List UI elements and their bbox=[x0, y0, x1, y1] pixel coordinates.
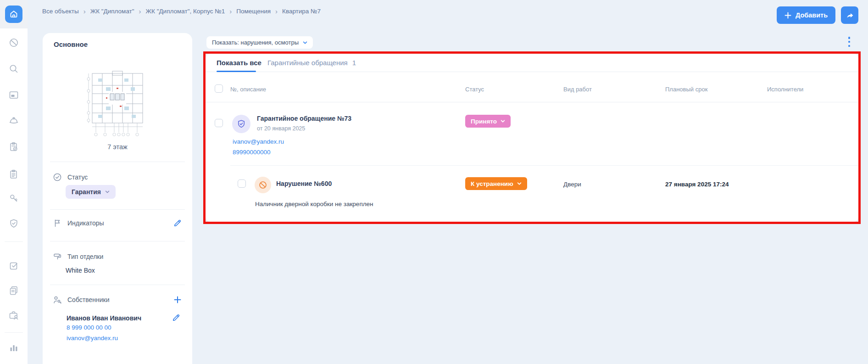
finish-type-section-header: Тип отделки bbox=[53, 252, 103, 261]
helmet-icon[interactable] bbox=[8, 115, 19, 126]
breadcrumb-premises[interactable]: Помещения bbox=[236, 8, 271, 15]
owner-name: Иванов Иван Иванович bbox=[67, 314, 141, 322]
divider bbox=[206, 102, 858, 102]
kebab-menu-icon[interactable] bbox=[847, 37, 851, 47]
finish-type-label: Тип отделки bbox=[67, 253, 103, 260]
shield-check-icon[interactable] bbox=[8, 218, 19, 229]
row-checkbox[interactable] bbox=[215, 119, 223, 127]
sidebar-divider bbox=[5, 241, 23, 242]
task-check-icon[interactable] bbox=[8, 260, 19, 271]
breadcrumb: Все объекты › ЖК "Дипломат" › ЖК "Диплом… bbox=[42, 6, 321, 16]
home-logo-icon bbox=[5, 6, 22, 23]
divider bbox=[50, 209, 185, 210]
window-card-icon[interactable] bbox=[8, 90, 19, 101]
breadcrumb-separator: › bbox=[139, 8, 141, 15]
divider bbox=[50, 241, 185, 241]
chevron-down-icon bbox=[501, 119, 505, 123]
apartment-info-card: Основное bbox=[43, 33, 192, 364]
select-all-checkbox[interactable] bbox=[215, 84, 223, 93]
guarantee-phone-link[interactable]: 89990000000 bbox=[233, 149, 271, 156]
issues-table-card: Показать все Гарантийные обращения 1 №, … bbox=[206, 54, 858, 222]
breadcrumb-complex[interactable]: ЖК "Дипломат" bbox=[90, 8, 134, 15]
clipboard-check-icon[interactable] bbox=[8, 141, 19, 152]
guarantee-shield-icon bbox=[232, 115, 250, 133]
chevron-down-icon bbox=[105, 190, 110, 194]
documents-icon[interactable] bbox=[8, 285, 19, 296]
column-header-deadline: Плановый срок bbox=[665, 86, 707, 93]
guarantee-email-link[interactable]: ivanov@yandex.ru bbox=[233, 138, 284, 145]
breadcrumb-separator: › bbox=[275, 8, 278, 15]
tab-guarantee-count: 1 bbox=[352, 59, 356, 67]
show-filter-label: Показать: нарушения, осмотры bbox=[212, 39, 299, 46]
divider bbox=[230, 165, 858, 166]
violation-ban-icon bbox=[255, 177, 271, 193]
floor-caption: 7 этаж bbox=[43, 143, 192, 151]
owner-email-link[interactable]: ivanov@yandex.ru bbox=[67, 335, 118, 342]
floor-plan-image[interactable] bbox=[78, 65, 156, 139]
edit-owner-button[interactable] bbox=[172, 313, 181, 322]
tab-show-all[interactable]: Показать все bbox=[217, 59, 262, 67]
owner-phone-link[interactable]: 8 999 000 00 00 bbox=[67, 324, 111, 331]
briefcase-user-icon[interactable] bbox=[8, 310, 19, 321]
chevron-down-icon bbox=[303, 41, 307, 45]
indicators-section-header: Индикаторы bbox=[53, 218, 104, 228]
share-arrow-icon bbox=[845, 11, 854, 20]
tabs-row: Показать все Гарантийные обращения 1 bbox=[206, 54, 858, 72]
search-icon[interactable] bbox=[8, 63, 19, 74]
add-button-label: Добавить bbox=[796, 11, 828, 19]
add-button[interactable]: Добавить bbox=[777, 6, 835, 24]
info-card-title: Основное bbox=[54, 40, 88, 48]
breadcrumb-separator: › bbox=[83, 8, 86, 15]
status-badge-accepted[interactable]: Принято bbox=[465, 115, 511, 128]
plus-icon bbox=[785, 12, 791, 19]
column-header-description: №, описание bbox=[230, 86, 266, 93]
column-header-work-type: Вид работ bbox=[563, 86, 592, 93]
app-logo-cell[interactable] bbox=[0, 0, 28, 28]
flag-icon bbox=[53, 218, 62, 228]
breadcrumb-all-objects[interactable]: Все объекты bbox=[42, 8, 79, 15]
edit-indicators-button[interactable] bbox=[173, 218, 182, 228]
sidebar-divider bbox=[5, 332, 23, 333]
status-badge-label: К устранению bbox=[471, 180, 513, 187]
plus-icon bbox=[173, 295, 182, 304]
status-label: Статус bbox=[67, 174, 88, 181]
owners-label: Собственники bbox=[67, 296, 109, 303]
owners-section-header: Собственники bbox=[53, 295, 109, 304]
status-dropdown[interactable]: Гарантия bbox=[66, 185, 116, 199]
check-circle-icon bbox=[53, 173, 62, 182]
guarantee-request-date: от 20 января 2025 bbox=[257, 125, 305, 132]
pencil-icon bbox=[172, 313, 181, 322]
violation-description: Наличник дверной коробки не закреплен bbox=[255, 201, 373, 207]
status-value: Гарантия bbox=[72, 188, 101, 196]
finish-type-value: White Box bbox=[66, 267, 95, 274]
owner-key-icon bbox=[53, 295, 62, 304]
indicators-label: Индикаторы bbox=[67, 219, 104, 227]
column-header-status: Статус bbox=[465, 86, 484, 93]
violation-title[interactable]: Нарушение №600 bbox=[276, 180, 332, 187]
breadcrumb-building[interactable]: ЖК "Дипломат", Корпус №1 bbox=[146, 8, 225, 15]
clipboard-icon[interactable] bbox=[8, 169, 19, 180]
breadcrumb-separator: › bbox=[229, 8, 232, 15]
tab-guarantee-label: Гарантийные обращения bbox=[267, 59, 348, 67]
status-badge-label: Принято bbox=[471, 118, 497, 125]
status-badge-to-fix[interactable]: К устранению bbox=[465, 177, 527, 190]
column-header-executors: Исполнители bbox=[767, 86, 803, 93]
show-filter-dropdown[interactable]: Показать: нарушения, осмотры bbox=[206, 36, 313, 49]
divider bbox=[50, 162, 185, 162]
chevron-down-icon bbox=[517, 182, 522, 185]
violation-work-type: Двери bbox=[563, 181, 581, 188]
status-section-header: Статус bbox=[53, 173, 88, 182]
divider bbox=[50, 285, 185, 285]
row-checkbox[interactable] bbox=[238, 179, 246, 188]
bar-chart-icon[interactable] bbox=[8, 342, 19, 353]
share-button[interactable] bbox=[841, 6, 858, 24]
pencil-icon bbox=[173, 218, 182, 228]
breadcrumb-apartment[interactable]: Квартира №7 bbox=[282, 8, 321, 15]
guarantee-request-title[interactable]: Гарантийное обращение №73 bbox=[257, 115, 351, 122]
add-owner-button[interactable] bbox=[173, 295, 182, 304]
tab-guarantee-requests[interactable]: Гарантийные обращения 1 bbox=[267, 59, 356, 67]
key-icon[interactable] bbox=[8, 193, 19, 204]
ban-icon[interactable] bbox=[8, 37, 19, 48]
app-sidebar bbox=[0, 0, 28, 364]
active-tab-underline bbox=[217, 71, 256, 72]
